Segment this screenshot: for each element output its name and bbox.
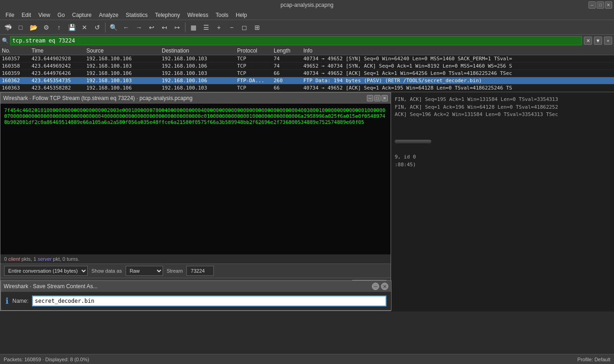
follow-stream-close-btn[interactable]: ✕: [381, 95, 388, 101]
toolbar-zoom-out[interactable]: −: [226, 21, 238, 33]
packet-table: No. Time Source Destination Protocol Len…: [0, 47, 614, 92]
cell-time: 423.644902928: [30, 56, 85, 62]
right-line-1: FIN, ACK] Seq=195 Ack=1 Win=131584 Len=0…: [395, 96, 610, 104]
maximize-btn[interactable]: □: [597, 1, 604, 9]
cell-info: 49652 → 40734 [SYN, ACK] Seq=0 Ack=1 Win…: [302, 63, 614, 69]
cell-time: 423.645358282: [30, 85, 85, 91]
status-profile: Profile: Default: [577, 357, 610, 362]
packet-rows-container: 160357 423.644902928 192.168.100.106 192…: [0, 55, 614, 92]
follow-stream-data: 7f454c46020101000000000000000000002003e0…: [4, 107, 385, 125]
col-header-protocol: Protocol: [235, 47, 272, 54]
toolbar-open[interactable]: 📂: [27, 21, 39, 33]
menu-analyze[interactable]: Analyze: [95, 11, 122, 19]
menu-file[interactable]: File: [2, 11, 18, 19]
cell-no: 160363: [0, 85, 30, 91]
cell-dst: 192.168.100.106: [160, 63, 235, 69]
cell-no: 160362: [0, 78, 30, 84]
toolbar-forward[interactable]: →: [133, 21, 145, 33]
stream-number-input[interactable]: [186, 266, 214, 276]
follow-stream-titlebar: Wireshark · Follow TCP Stream (tcp.strea…: [0, 93, 391, 104]
minimize-btn[interactable]: ─: [588, 1, 596, 9]
filter-dropdown-btn[interactable]: ▼: [594, 37, 602, 45]
close-btn[interactable]: ✕: [605, 1, 612, 9]
show-data-select[interactable]: Raw ASCII Hex Dump: [126, 266, 163, 276]
menu-tools[interactable]: Tools: [212, 11, 232, 19]
menu-go[interactable]: Go: [54, 11, 69, 19]
toolbar-colorize[interactable]: ▦: [187, 21, 199, 33]
toolbar-new[interactable]: □: [15, 21, 26, 33]
menu-telephony[interactable]: Telephony: [151, 11, 184, 19]
menu-statistics[interactable]: Statistics: [122, 11, 151, 19]
cell-proto: TCP: [235, 85, 272, 91]
toolbar-upload[interactable]: ↑: [53, 21, 65, 33]
follow-stream-maximize-btn[interactable]: □: [374, 95, 381, 101]
toolbar-search[interactable]: 🔍: [107, 21, 119, 33]
menu-edit[interactable]: Edit: [18, 11, 35, 19]
filter-clear-btn[interactable]: ✕: [584, 37, 592, 45]
toolbar-save[interactable]: 💾: [66, 21, 78, 33]
save-dialog-info-icon: ℹ: [5, 296, 9, 306]
toolbar-close-capture[interactable]: ✕: [79, 21, 90, 33]
menu-wireless[interactable]: Wireless: [184, 11, 212, 19]
menu-help[interactable]: Help: [232, 11, 251, 19]
filter-input[interactable]: [10, 36, 582, 45]
conversation-select[interactable]: Entire conversation (194 bytes): [4, 266, 88, 276]
follow-stream-content: 7f454c46020101000000000000000000002003e0…: [0, 104, 391, 254]
right-extra1: 9, id 0: [395, 153, 610, 161]
cell-proto: TCP: [235, 70, 272, 76]
cell-dst: 192.168.100.103: [160, 70, 235, 76]
cell-info: 40734 → 49652 [ACK] Seq=1 Ack=195 Win=64…: [302, 85, 614, 91]
table-row[interactable]: 160357 423.644902928 192.168.100.106 192…: [0, 55, 614, 63]
stream-label-text: Stream: [167, 268, 183, 274]
toolbar-logo: 🦈: [2, 21, 14, 33]
menu-view[interactable]: View: [35, 11, 54, 19]
cell-no: 160358: [0, 63, 30, 69]
menubar: File Edit View Go Capture Analyze Statis…: [0, 10, 614, 20]
save-dialog-body: ℹ Name:: [1, 292, 391, 310]
save-close-btn[interactable]: ✕: [381, 283, 388, 290]
cell-len: 260: [272, 78, 302, 84]
right-extra2: :88:45): [395, 161, 610, 169]
titlebar-controls: ─ □ ✕: [588, 1, 612, 9]
table-row[interactable]: 160359 423.644976426 192.168.100.106 192…: [0, 70, 614, 77]
follow-stream-minimize-btn[interactable]: ─: [367, 95, 373, 101]
save-minimize-btn[interactable]: ─: [372, 283, 379, 290]
filter-icon: 🔍: [2, 37, 8, 44]
menu-capture[interactable]: Capture: [69, 11, 95, 19]
col-header-no: No.: [0, 47, 30, 54]
cell-dst: 192.168.100.103: [160, 56, 235, 62]
cell-no: 160357: [0, 56, 30, 62]
save-dialog-title: Wireshark · Save Stream Content As...: [4, 283, 97, 290]
cell-info: 40734 → 49652 [SYN] Seq=0 Win=64240 Len=…: [302, 56, 614, 62]
cell-time: 423.645354735: [30, 78, 85, 84]
show-data-label: Show data as: [91, 268, 122, 274]
right-panel: FIN, ACK] Seq=195 Ack=1 Win=131584 Len=0…: [391, 92, 614, 311]
cell-len: 74: [272, 63, 302, 69]
toolbar-goto[interactable]: ↩: [146, 21, 158, 33]
right-panel-content: FIN, ACK] Seq=195 Ack=1 Win=131584 Len=0…: [393, 94, 612, 170]
toolbar-autoscroll[interactable]: ☰: [200, 21, 212, 33]
toolbar-back[interactable]: ←: [120, 21, 132, 33]
window-title: pcap-analysis.pcapng: [281, 2, 333, 8]
toolbar: 🦈 □ 📂 ⚙ ↑ 💾 ✕ ↺ 🔍 ← → ↩ ↤ ↦ ▦ ☰ + − ◻ ⊞: [0, 20, 614, 35]
table-row[interactable]: 160358 423.644969242 192.168.100.103 192…: [0, 63, 614, 70]
toolbar-zoom-normal[interactable]: ◻: [238, 21, 250, 33]
toolbar-prev[interactable]: ↤: [159, 21, 170, 33]
toolbar-reload[interactable]: ↺: [91, 21, 103, 33]
toolbar-resize[interactable]: ⊞: [251, 21, 263, 33]
cell-time: 423.644969242: [30, 63, 85, 69]
right-line-3: ACK] Seq=196 Ack=2 Win=131584 Len=0 TSva…: [395, 111, 610, 119]
cell-src: 192.168.100.106: [85, 85, 160, 91]
table-row[interactable]: 160363 423.645358282 192.168.100.106 192…: [0, 84, 614, 92]
filter-add-btn[interactable]: +: [604, 37, 612, 45]
main-area: FIN, ACK] Seq=195 Ack=1 Win=131584 Len=0…: [0, 92, 614, 311]
name-input[interactable]: [32, 295, 386, 306]
statusbar: Packets: 160859 · Displayed: 8 (0.0%) Pr…: [0, 354, 614, 364]
col-header-destination: Destination: [160, 47, 235, 54]
toolbar-next[interactable]: ↦: [171, 21, 183, 33]
cell-src: 192.168.100.106: [85, 56, 160, 62]
table-row[interactable]: 160362 423.645354735 192.168.100.103 192…: [0, 77, 614, 84]
col-header-source: Source: [85, 47, 160, 54]
toolbar-settings[interactable]: ⚙: [40, 21, 52, 33]
toolbar-zoom-in[interactable]: +: [213, 21, 225, 33]
